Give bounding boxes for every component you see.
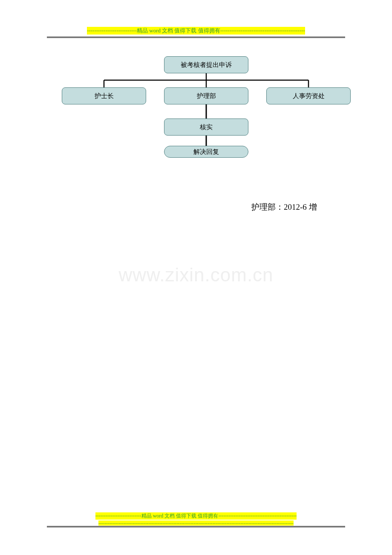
flow-node-hr-dept: 人事劳资处 — [266, 87, 351, 104]
flowchart: 被考核者提出申诉 护士长 护理部 人事劳资处 核实 解决回复 — [62, 55, 352, 175]
flow-node-head-nurse-label: 护士长 — [95, 92, 114, 100]
footer-dashes-right: ----------------------------------------… — [218, 513, 297, 519]
header-divider — [47, 37, 345, 38]
header-text: 精品 word 文档 值得下载 值得拥有 — [137, 27, 220, 34]
flow-node-resolve-label: 解决回复 — [193, 148, 219, 156]
flow-node-top-label: 被考核者提出申诉 — [181, 61, 232, 69]
header-dashes-right: ----------------------------------------… — [220, 27, 305, 34]
header-banner: ---------------------------精品 word 文档 值得… — [47, 26, 345, 35]
footer-divider — [47, 526, 345, 527]
flow-node-nursing-dept: 护理部 — [164, 87, 248, 104]
watermark-text: www.zixin.com.cn — [0, 264, 392, 286]
flow-node-resolve: 解决回复 — [164, 146, 248, 158]
footer-line-2: ----------------------------------------… — [98, 520, 294, 526]
flow-node-head-nurse: 护士长 — [62, 87, 146, 104]
flow-node-hr-dept-label: 人事劳资处 — [293, 92, 325, 100]
header-highlight: ---------------------------精品 word 文档 值得… — [87, 27, 305, 35]
footer-dashes-left: --------------------------- — [95, 513, 141, 519]
footer-text: 精品 word 文档 值得下载 值得拥有 — [141, 513, 219, 519]
footer-banner-2: ----------------------------------------… — [47, 519, 345, 526]
attribution-text: 护理部：2012-6 增 — [251, 202, 317, 213]
flow-node-nursing-dept-label: 护理部 — [197, 92, 216, 100]
flow-node-top: 被考核者提出申诉 — [164, 56, 248, 73]
flow-node-verify: 核实 — [164, 119, 248, 136]
flow-node-verify-label: 核实 — [200, 123, 213, 131]
header-dashes-left: --------------------------- — [87, 27, 137, 34]
